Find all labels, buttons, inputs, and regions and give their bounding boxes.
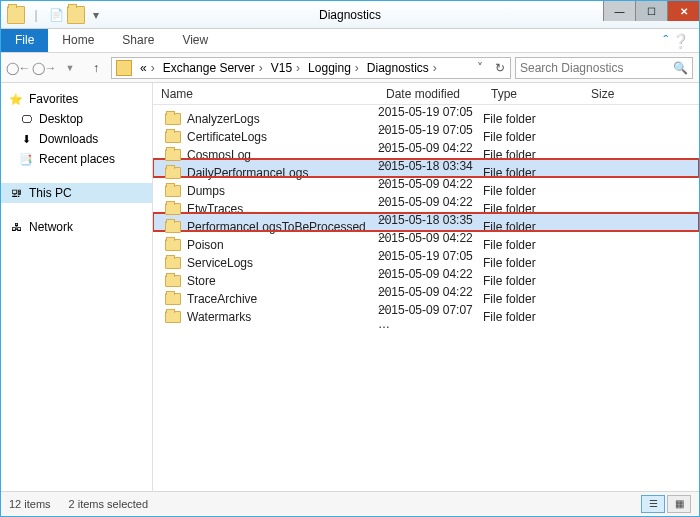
item-name: Dumps: [187, 184, 225, 198]
sidebar-fav-item[interactable]: 🖵Desktop: [1, 109, 152, 129]
item-type: File folder: [483, 112, 583, 126]
overflow-icon[interactable]: ▾: [87, 6, 105, 24]
sidebar-item-label: This PC: [29, 186, 72, 200]
sidebar-fav-item[interactable]: 📑Recent places: [1, 149, 152, 169]
item-name: DailyPerformanceLogs: [187, 166, 308, 180]
item-name: PerformanceLogsToBeProcessed: [187, 220, 366, 234]
fav-icon: ⬇: [19, 132, 33, 146]
folder-icon: [116, 60, 132, 76]
folder-icon: [165, 239, 181, 251]
folder-icon: [165, 185, 181, 197]
item-name: AnalyzerLogs: [187, 112, 260, 126]
statusbar: 12 items 2 items selected ☰ ▦: [1, 491, 699, 515]
sidebar-item-label: Favorites: [29, 92, 78, 106]
item-type: File folder: [483, 292, 583, 306]
folder-icon: [165, 257, 181, 269]
folder-icon: [165, 203, 181, 215]
item-date: 2015-05-09 07:07 …: [378, 303, 483, 331]
fav-icon: 🖵: [19, 112, 33, 126]
breadcrumb[interactable]: Exchange Server: [159, 61, 267, 75]
search-icon: 🔍: [673, 61, 688, 75]
item-type: File folder: [483, 310, 583, 324]
titlebar: | 📄 ▾ Diagnostics — ☐ ✕: [1, 1, 699, 29]
sidebar-this-pc[interactable]: 🖳 This PC: [1, 183, 152, 203]
status-count: 12 items: [9, 498, 51, 510]
table-row[interactable]: AnalyzerLogs2015-05-19 07:05 …File folde…: [153, 105, 699, 123]
item-type: File folder: [483, 148, 583, 162]
window-title: Diagnostics: [319, 8, 381, 22]
address-bar[interactable]: « Exchange Server V15 Logging Diagnostic…: [111, 57, 511, 79]
item-type: File folder: [483, 166, 583, 180]
separator: |: [27, 6, 45, 24]
column-date[interactable]: Date modified: [378, 87, 483, 101]
item-name: CertificateLogs: [187, 130, 267, 144]
folder-icon: [165, 293, 181, 305]
sidebar-network[interactable]: 🖧 Network: [1, 217, 152, 237]
item-type: File folder: [483, 274, 583, 288]
item-type: File folder: [483, 220, 583, 234]
close-button[interactable]: ✕: [667, 1, 699, 21]
item-name: TraceArchive: [187, 292, 257, 306]
help-icon[interactable]: ˆ ❔: [653, 29, 699, 52]
sidebar-item-label: Downloads: [39, 132, 98, 146]
item-name: Poison: [187, 238, 224, 252]
network-icon: 🖧: [9, 220, 23, 234]
folder-icon: [165, 275, 181, 287]
column-headers: Name Date modified Type Size: [153, 83, 699, 105]
breadcrumb[interactable]: V15: [267, 61, 304, 75]
sidebar-item-label: Desktop: [39, 112, 83, 126]
up-button[interactable]: ↑: [85, 57, 107, 79]
refresh-icon[interactable]: ↻: [490, 61, 510, 75]
maximize-button[interactable]: ☐: [635, 1, 667, 21]
tab-share[interactable]: Share: [108, 29, 168, 52]
minimize-button[interactable]: —: [603, 1, 635, 21]
forward-button[interactable]: ◯→: [33, 57, 55, 79]
folder-icon: [165, 149, 181, 161]
item-type: File folder: [483, 130, 583, 144]
status-selection: 2 items selected: [69, 498, 148, 510]
item-name: Store: [187, 274, 216, 288]
view-large-icons-button[interactable]: ▦: [667, 495, 691, 513]
sidebar-fav-item[interactable]: ⬇Downloads: [1, 129, 152, 149]
sidebar-favorites[interactable]: ⭐ Favorites: [1, 89, 152, 109]
sidebar-item-label: Recent places: [39, 152, 115, 166]
chevron-down-icon[interactable]: ˅: [470, 61, 490, 75]
window-buttons: — ☐ ✕: [603, 1, 699, 21]
folder-icon: [165, 311, 181, 323]
folder-icon: [165, 131, 181, 143]
item-type: File folder: [483, 184, 583, 198]
computer-icon: 🖳: [9, 186, 23, 200]
column-name[interactable]: Name: [153, 87, 378, 101]
item-name: Watermarks: [187, 310, 251, 324]
folder-icon: [165, 167, 181, 179]
item-type: File folder: [483, 238, 583, 252]
document-icon[interactable]: 📄: [47, 6, 65, 24]
view-details-button[interactable]: ☰: [641, 495, 665, 513]
item-name: CosmosLog: [187, 148, 251, 162]
breadcrumb[interactable]: Logging: [304, 61, 363, 75]
tab-view[interactable]: View: [168, 29, 222, 52]
item-name: ServiceLogs: [187, 256, 253, 270]
tab-home[interactable]: Home: [48, 29, 108, 52]
breadcrumb[interactable]: «: [136, 61, 159, 75]
navbar: ◯← ◯→ ▼ ↑ « Exchange Server V15 Logging …: [1, 53, 699, 83]
recent-locations-button[interactable]: ▼: [59, 57, 81, 79]
file-list: Name Date modified Type Size AnalyzerLog…: [153, 83, 699, 491]
sidebar-item-label: Network: [29, 220, 73, 234]
folder-open-icon[interactable]: [67, 6, 85, 24]
folder-icon: [165, 221, 181, 233]
quick-access-toolbar: | 📄 ▾: [1, 6, 105, 24]
breadcrumb[interactable]: Diagnostics: [363, 61, 441, 75]
item-type: File folder: [483, 256, 583, 270]
item-type: File folder: [483, 202, 583, 216]
column-size[interactable]: Size: [583, 87, 663, 101]
star-icon: ⭐: [9, 92, 23, 106]
ribbon-tabs: File Home Share View ˆ ❔: [1, 29, 699, 53]
column-type[interactable]: Type: [483, 87, 583, 101]
folder-icon: [7, 6, 25, 24]
back-button[interactable]: ◯←: [7, 57, 29, 79]
search-placeholder: Search Diagnostics: [520, 61, 623, 75]
tab-file[interactable]: File: [1, 29, 48, 52]
search-input[interactable]: Search Diagnostics 🔍: [515, 57, 693, 79]
item-name: EtwTraces: [187, 202, 243, 216]
